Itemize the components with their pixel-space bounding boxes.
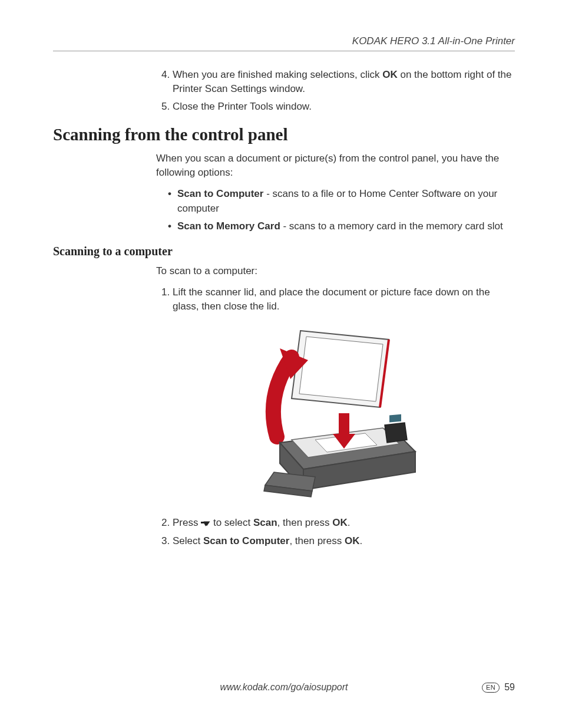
section-intro: When you scan a document or picture(s) f…	[156, 151, 515, 180]
subsection-heading: Scanning to a computer	[53, 245, 515, 258]
section-heading: Scanning from the control panel	[53, 125, 515, 144]
svg-marker-9	[385, 423, 407, 443]
scan-step-1: Lift the scanner lid, and place the docu…	[173, 285, 515, 314]
svg-rect-10	[389, 414, 401, 423]
product-title: KODAK HERO 3.1 All-in-One Printer	[352, 35, 515, 47]
continuation-steps-block: When you are finished making selections,…	[156, 68, 515, 113]
printer-lift-lid-illustration	[244, 325, 427, 508]
subsection-intro: To scan to a computer:	[156, 264, 515, 278]
options-list: Scan to Computer - scans to a file or to…	[156, 187, 515, 234]
subsection-body: To scan to a computer: Lift the scanner …	[156, 264, 515, 548]
scan-steps-list-cont: Press to select Scan, then press OK. Sel…	[156, 516, 515, 548]
manual-page: KODAK HERO 3.1 All-in-One Printer When y…	[0, 0, 562, 728]
scan-step-2: Press to select Scan, then press OK.	[173, 516, 515, 530]
scan-step-3: Select Scan to Computer, then press OK.	[173, 534, 515, 548]
page-footer: www.kodak.com/go/aiosupport EN59	[53, 682, 515, 693]
language-badge: EN	[482, 683, 500, 693]
step-4: When you are finished making selections,…	[173, 68, 515, 96]
option-scan-to-memory-card: Scan to Memory Card - scans to a memory …	[168, 219, 515, 234]
footer-page-info: EN59	[482, 682, 515, 693]
page-number: 59	[504, 682, 515, 692]
scan-steps-list: Lift the scanner lid, and place the docu…	[156, 285, 515, 314]
scanner-lid-open	[292, 331, 389, 407]
page-header: KODAK HERO 3.1 All-in-One Printer	[53, 35, 515, 51]
step-5: Close the Printer Tools window.	[173, 100, 515, 114]
svg-marker-1	[299, 337, 383, 401]
section-body: When you scan a document or picture(s) f…	[156, 151, 515, 234]
down-arrow-icon	[201, 516, 210, 531]
support-url: www.kodak.com/go/aiosupport	[53, 682, 515, 693]
svg-rect-13	[339, 413, 349, 434]
option-scan-to-computer: Scan to Computer - scans to a file or to…	[168, 187, 515, 216]
top-ordered-list: When you are finished making selections,…	[156, 68, 515, 113]
